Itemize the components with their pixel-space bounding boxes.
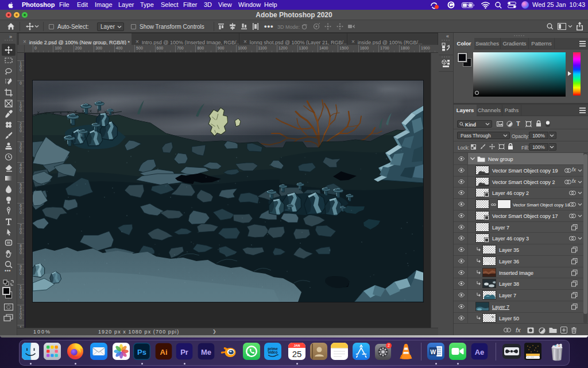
svg-text:Ae: Ae — [475, 348, 485, 356]
svg-text:25: 25 — [292, 349, 302, 359]
svg-text:Pr: Pr — [180, 348, 188, 356]
svg-text:Ps: Ps — [137, 348, 146, 356]
svg-text:2: 2 — [388, 343, 390, 347]
svg-text:JAN: JAN — [293, 344, 300, 347]
svg-text:W: W — [430, 348, 436, 355]
svg-text:Me: Me — [201, 348, 211, 356]
svg-text:video: video — [268, 350, 278, 354]
svg-text:Ai: Ai — [160, 348, 168, 356]
